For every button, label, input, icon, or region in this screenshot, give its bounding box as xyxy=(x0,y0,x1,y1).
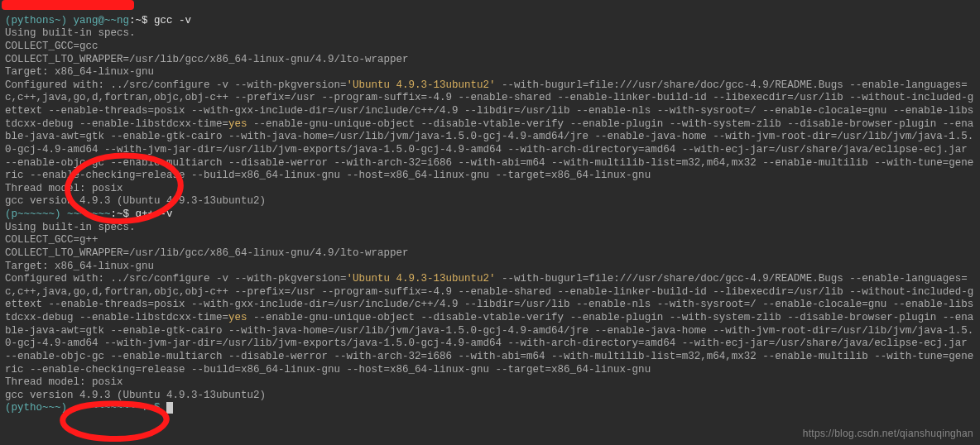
prompt-path: :~$ xyxy=(129,15,154,26)
output-line: Configured with: ../src/configure -v --w… xyxy=(5,273,973,375)
output-line: COLLECT_GCC=g++ xyxy=(5,234,98,246)
output-line: gcc version 4.9.3 (Ubuntu 4.9.3-13ubuntu… xyxy=(5,390,266,401)
redaction-mark xyxy=(2,0,134,10)
output-line: gcc version 4.9.3 (Ubuntu 4.9.3-13ubuntu… xyxy=(5,195,266,207)
command-gcc: gcc -v xyxy=(154,15,191,26)
output-line: Target: x86_64-linux-gnu xyxy=(5,66,154,78)
command-gpp: g++ -v xyxy=(136,208,173,220)
prompt-path: :~$ xyxy=(111,208,136,220)
output-line: Target: x86_64-linux-gnu xyxy=(5,261,154,272)
prompt-user-host: (pythons~) yang@~~ng xyxy=(5,15,129,26)
cursor xyxy=(166,402,173,414)
output-line: COLLECT_GCC=gcc xyxy=(5,41,98,52)
output-line: Configured with: ../src/configure -v --w… xyxy=(5,79,973,181)
output-line: Thread model: posix xyxy=(5,376,123,388)
output-line: Using built-in specs. xyxy=(5,27,136,39)
output-line: COLLECT_LTO_WRAPPER=/usr/lib/gcc/x86_64-… xyxy=(5,247,409,259)
prompt-user-host: (p~~~~~~) ~~~~~~~ xyxy=(5,208,111,220)
output-line: Thread model: posix xyxy=(5,183,123,194)
terminal-output[interactable]: (pythons~) yang@~~ng:~$ gcc -v Using bui… xyxy=(0,0,980,417)
prompt-user-host: (pytho~~~) ~~~~~~~~~~~:~$ xyxy=(5,403,166,414)
output-line: Using built-in specs. xyxy=(5,222,136,233)
output-line: COLLECT_LTO_WRAPPER=/usr/lib/gcc/x86_64-… xyxy=(5,54,409,65)
watermark: https://blog.csdn.net/qianshuqinghan xyxy=(803,428,973,440)
